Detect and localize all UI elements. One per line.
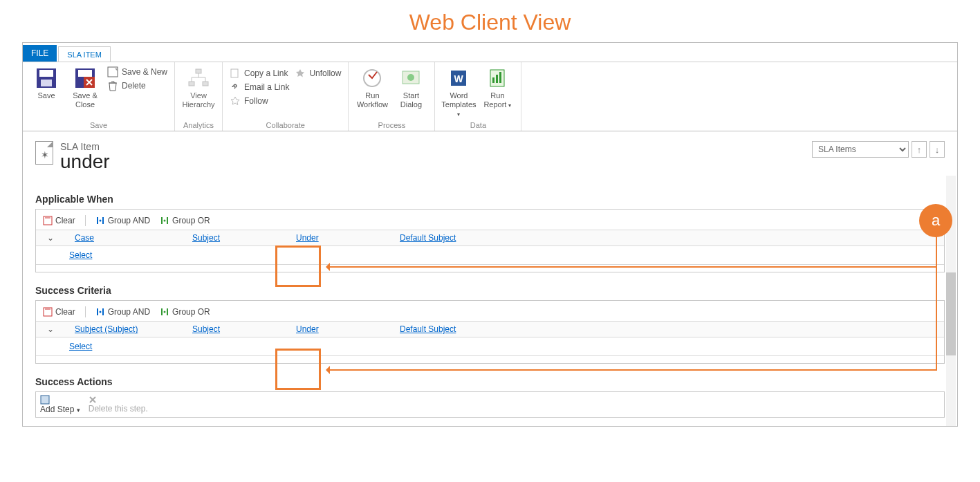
copy-link-icon xyxy=(230,68,241,79)
add-step-label: Add Step xyxy=(40,405,74,414)
arrow-down-icon: ↓ xyxy=(935,145,940,155)
svg-rect-7 xyxy=(196,69,201,73)
applicable-field-link[interactable]: Subject xyxy=(192,233,296,243)
word-templates-button[interactable]: W Word Templates ▾ xyxy=(439,65,478,120)
save-close-button[interactable]: Save & Close xyxy=(66,65,104,120)
hierarchy-icon xyxy=(187,66,210,90)
success-condition-box: Clear Group AND Group OR ⌄ Subject (Subj… xyxy=(35,300,945,364)
success-value-link[interactable]: Default Subject xyxy=(400,324,940,334)
svg-rect-4 xyxy=(78,70,92,77)
ribbon-group-data: W Word Templates ▾ Run Report ▾ Data xyxy=(435,62,521,131)
add-step-icon xyxy=(40,395,80,405)
copy-link-button[interactable]: Copy a Link xyxy=(230,68,289,79)
applicable-select-link[interactable]: Select xyxy=(69,250,97,260)
ribbon-group-analytics: View Hierarchy Analytics xyxy=(175,62,223,131)
record-nav-prev[interactable]: ↑ xyxy=(912,141,927,158)
record-nav-select[interactable]: SLA Items xyxy=(812,141,909,158)
actions-heading: Success Actions xyxy=(35,376,945,387)
ribbon-tabs: FILE SLA ITEM xyxy=(23,43,957,62)
tab-sla-item[interactable]: SLA ITEM xyxy=(58,46,111,62)
applicable-value-link[interactable]: Default Subject xyxy=(400,233,940,243)
ribbon-group-save-label: Save xyxy=(27,120,170,131)
applicable-select-row[interactable]: Select xyxy=(36,246,944,265)
success-operator-link[interactable]: Under xyxy=(296,324,400,334)
save-new-label: Save & New xyxy=(122,67,167,77)
save-close-icon xyxy=(73,66,97,90)
success-clear-label: Clear xyxy=(55,307,75,317)
svg-rect-9 xyxy=(203,82,208,86)
chevron-down-icon[interactable]: ⌄ xyxy=(47,233,75,243)
save-close-label: Save & Close xyxy=(73,91,97,109)
view-hierarchy-button[interactable]: View Hierarchy xyxy=(179,65,218,120)
chevron-down-icon[interactable]: ⌄ xyxy=(47,324,75,334)
word-icon: W xyxy=(447,66,470,90)
success-entity-link[interactable]: Subject (Subject) xyxy=(75,324,192,334)
form-header: ✶ SLA Item under SLA Items ↑ ↓ xyxy=(23,131,957,176)
applicable-group-and-label: Group AND xyxy=(108,216,150,225)
applicable-operator-link[interactable]: Under xyxy=(296,233,400,243)
unfollow-icon xyxy=(295,68,306,79)
applicable-toolbar: Clear Group AND Group OR xyxy=(36,212,944,230)
email-link-button[interactable]: Email a Link xyxy=(230,82,289,93)
svg-rect-2 xyxy=(41,80,52,86)
save-button[interactable]: Save xyxy=(27,65,66,120)
ribbon-group-process: Run Workflow Start Dialog Process xyxy=(349,62,435,131)
success-clear-button[interactable]: Clear xyxy=(40,306,78,318)
svg-rect-17 xyxy=(492,77,494,83)
svg-rect-19 xyxy=(499,72,501,83)
dialog-icon xyxy=(399,66,423,90)
follow-button[interactable]: Follow xyxy=(230,95,289,106)
follow-label: Follow xyxy=(244,96,268,106)
success-field-link[interactable]: Subject xyxy=(192,324,296,334)
save-new-icon xyxy=(107,66,118,77)
start-dialog-button[interactable]: Start Dialog xyxy=(391,65,430,120)
record-icon: ✶ xyxy=(35,141,53,165)
success-group-and-button[interactable]: Group AND xyxy=(93,306,153,318)
arrow-up-icon: ↑ xyxy=(917,145,922,155)
record-nav-next[interactable]: ↓ xyxy=(930,141,945,158)
ribbon-group-collab-label: Collaborate xyxy=(227,120,344,131)
separator xyxy=(85,215,86,226)
svg-point-23 xyxy=(164,220,166,222)
clear-icon xyxy=(43,307,53,317)
applicable-group-and-button[interactable]: Group AND xyxy=(93,214,153,227)
unfollow-button[interactable]: Unfollow xyxy=(295,68,341,79)
workflow-icon xyxy=(360,66,384,90)
success-group-or-button[interactable]: Group OR xyxy=(157,306,213,318)
svg-point-13 xyxy=(407,74,414,81)
ribbon-group-analytics-label: Analytics xyxy=(179,120,218,131)
svg-rect-27 xyxy=(41,396,49,404)
applicable-condition-row[interactable]: ⌄ Case Subject Under Default Subject xyxy=(36,230,944,246)
record-name: under xyxy=(60,151,110,173)
applicable-clear-button[interactable]: Clear xyxy=(40,214,78,227)
add-step-button[interactable]: Add Step ▾ xyxy=(40,395,80,414)
email-link-icon xyxy=(230,82,241,93)
svg-point-26 xyxy=(164,311,166,313)
success-condition-row[interactable]: ⌄ Subject (Subject) Subject Under Defaul… xyxy=(36,321,944,337)
word-templates-label: Word Templates ▾ xyxy=(441,91,477,119)
ribbon-group-data-label: Data xyxy=(439,120,517,131)
form-body: Applicable When Clear Group AND Group OR xyxy=(23,176,957,426)
delete-button[interactable]: Delete xyxy=(107,80,167,91)
applicable-group-or-label: Group OR xyxy=(172,216,210,225)
applicable-heading: Applicable When xyxy=(35,194,945,205)
applicable-entity-link[interactable]: Case xyxy=(75,233,192,243)
success-group-or-label: Group OR xyxy=(172,307,210,317)
success-group-and-label: Group AND xyxy=(108,307,150,317)
ribbon-group-collaborate: Copy a Link Email a Link Follow Unfollow xyxy=(223,62,349,131)
unfollow-label: Unfollow xyxy=(309,68,341,78)
run-report-button[interactable]: Run Report ▾ xyxy=(478,65,517,120)
success-select-row[interactable]: Select xyxy=(36,337,944,356)
save-new-button[interactable]: Save & New xyxy=(107,66,167,77)
run-workflow-button[interactable]: Run Workflow xyxy=(353,65,391,120)
scrollbar-thumb[interactable] xyxy=(946,272,956,355)
delete-step-button[interactable]: Delete this step. xyxy=(89,396,148,414)
success-select-link[interactable]: Select xyxy=(69,342,97,351)
applicable-group-or-button[interactable]: Group OR xyxy=(157,214,213,227)
run-workflow-label: Run Workflow xyxy=(357,91,388,109)
delete-step-label: Delete this step. xyxy=(89,404,148,414)
record-nav: SLA Items ↑ ↓ xyxy=(812,141,945,158)
ribbon-group-save: Save Save & Close Save & New xyxy=(23,62,175,131)
tab-file[interactable]: FILE xyxy=(23,45,57,62)
group-and-icon xyxy=(95,216,105,225)
